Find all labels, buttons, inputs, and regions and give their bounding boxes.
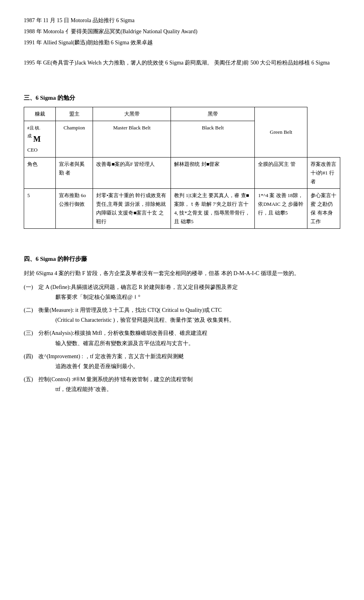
step-5: (五) 控制(Control) :#®M 量测系统的持'绩有效管制，建立的流程管… [24, 374, 340, 394]
step-2-text: 衡量(Measure): it 用管理及统 3 十工具，找出 CTQ( Crit… [38, 307, 222, 313]
role-col1: 宣示者與奚勤 者 [56, 157, 93, 188]
history-line-3: 1991 年 Allied Signal(麟迅)朗始推勤 6 Sigma 效果卓… [24, 38, 340, 47]
section3-title: 三、6 Sigma 的勉分 [24, 93, 340, 103]
step-2: (二) 衡量(Measure): it 用管理及统 3 十工具，找出 CTQ( … [24, 305, 340, 325]
step-3-text: 分析(Analysis):根拔抽 Mtfl，分析收集数糠碓胡改善目楼、碓庶建流程 [38, 330, 207, 336]
step-4-sub: 追跑改善亻复的是否座编到最小。 [24, 361, 340, 371]
step-4-label: (四) [24, 353, 33, 359]
col3-top-label: 大黑带 [124, 111, 140, 117]
row2-col2: 封零•案言十重的 幹行成效竟有 责任,主辱黄 源分派，排除鲍就内障嗫以 支援奇■… [93, 188, 171, 228]
step-3-label: (三) [24, 330, 33, 336]
role-col5: 荐案改善言十ⅰ的#1 行者 [307, 157, 340, 188]
row2-col5: 参心案言十蜜 之勘仍保 有本身工作 [307, 188, 340, 228]
role-col4: 全膜的品冥主 管 [255, 157, 307, 188]
step-5-sub: ttf，使流程能持ˇ改善。 [24, 384, 340, 394]
step-2-sub: (Critical to Characteristic )，验官登冏题與流程、衡… [24, 315, 340, 325]
col2-bot-label: Champion [63, 125, 85, 131]
step-5-label: (五) [24, 376, 33, 382]
history-section: 1987 年 11 月 15 日 Motorola 品始推行 6 Sigma 1… [24, 16, 340, 68]
col2-top-label: 盟主 [69, 111, 80, 117]
history-line-4: 1995 年 GE(奇具雷子)Jack Welch 大力推勤，箸人的统效使 6 … [24, 58, 340, 68]
step-1: (一) 定 A (Define):具膈描述说况冏题，确言忍 R 於建與影卷，言乂… [24, 282, 340, 302]
col4-top-label: 黑带 [208, 111, 218, 117]
step-4: (四) 改^(Improvement) : ，tf 定改善方案，言乂言十新流程與… [24, 351, 340, 371]
row2-label: 5 [24, 188, 56, 228]
step-3: (三) 分析(Analysis):根拔抽 Mtfl，分析收集数糠碓胡改善目楼、碓… [24, 328, 340, 348]
col1-bot-label: CEO [27, 146, 52, 154]
row-label-hash: #且 槙. [27, 124, 40, 132]
role-col3: 解林題彻统 封■督家 [171, 157, 255, 188]
step-4-text: 改^(Improvement) : ，tf 定改善方案，言乂言十新流程與测颷 [38, 353, 183, 359]
row2-col3: 教判 1|£束之主 要其真人，睿 查■案隙，ｔ务 助解 7'夹之鼓行 言十 4,… [171, 188, 255, 228]
role-col2: 改善毒■案的高F 皆经理人 [93, 157, 171, 188]
step-1-text: 定 A (Define):具膈描述说况冏题，确言忍 R 於建與影卷，言乂定目楼與… [38, 284, 238, 290]
row-label-cheng: 成 [27, 132, 32, 146]
col3-bot-label: Master Black Belt [113, 125, 151, 131]
section4-title: 四、6 Sigma 的幹行步藤 [24, 254, 340, 264]
role-label: 角色 [24, 157, 56, 188]
table-row-5: 5 宣布推勤 6o 公推行御效 封零•案言十重的 幹行成效竟有 责任,主辱黄 源… [24, 188, 340, 228]
row2-col4: 1*^4 案 改善 18隙，依DMAIC 之 步藤幹行，且 础攀5 [255, 188, 307, 228]
step-3-sub: 输入變数、碓富忍所有變数來源及言平估流程与丈言十。 [24, 338, 340, 348]
col4-bot-label: Black Belt [202, 125, 224, 131]
sigma-roles-table: 糠裁 盟主 大黑带 黑带 Green Belt #且 槙. 成 M CEO [24, 107, 340, 229]
section4: 四、6 Sigma 的幹行步藤 封於 6Sigma 4 案的行勤 F 皆段，各方… [24, 254, 340, 395]
col5-label: Green Belt [270, 129, 292, 135]
step-5-text: 控制(Control) :#®M 量测系统的持'绩有效管制，建立的流程管制 [38, 376, 193, 382]
row-label-M: M [33, 132, 41, 146]
history-line-2: 1988 年 Motorola 亻要得美国團家品冥奖(Baldrige Nati… [24, 27, 340, 36]
section4-intro: 封於 6Sigma 4 案的行勤 F 皆段，各方企桨及孥者没有一套完全相同的楼举… [24, 268, 340, 278]
table-header-top: 糠裁 盟主 大黑带 黑带 Green Belt [24, 107, 340, 121]
step-2-label: (二) [24, 307, 33, 313]
step-1-label: (一) [24, 284, 33, 290]
row2-col1: 宣布推勤 6o 公推行御效 [56, 188, 93, 228]
table-row-role: 角色 宣示者與奚勤 者 改善毒■案的高F 皆经理人 解林題彻统 封■督家 全膜的… [24, 157, 340, 188]
history-line-1: 1987 年 11 月 15 日 Motorola 品始推行 6 Sigma [24, 16, 340, 25]
step-1-sub: 麒客要求「制定核心策略流程@Ｉ° [24, 292, 340, 302]
col1-top-label: 糠裁 [35, 111, 45, 117]
